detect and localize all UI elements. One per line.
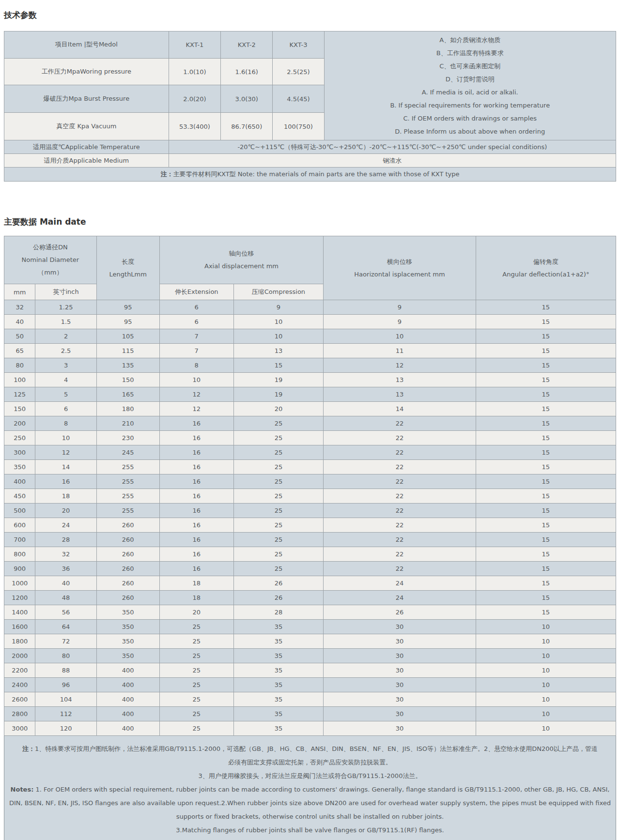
main-table-row: 5002025516252215 [4, 504, 616, 518]
section-title-main-data: 主要数据 Main date [4, 216, 616, 227]
main-table-cell: 25 [159, 707, 233, 721]
main-table-cell: 10 [476, 649, 616, 663]
main-table-cell: 250 [4, 431, 35, 445]
value-cell: 2.0(20) [169, 85, 220, 113]
main-table-cell: 16 [159, 547, 233, 562]
main-table-row: 5021057101015 [4, 329, 616, 344]
main-table-cell: 10 [476, 721, 616, 736]
main-table-cell: 20 [233, 402, 324, 416]
value-cell: 4.5(45) [273, 85, 324, 113]
main-table-cell: 800 [4, 547, 35, 562]
main-table-cell: 16 [159, 474, 233, 489]
tech-params-table: 项目Item |型号Medol KXT-1 KXT-2 KXT-3 A、如介质钢… [4, 31, 616, 182]
main-table-cell: 450 [4, 489, 35, 504]
side-note-line: A. If media is oil, acid or alkali. [328, 86, 612, 99]
main-table-cell: 12 [35, 445, 96, 460]
value-cell: 3.0(30) [221, 85, 273, 113]
subheader-extension: 伸长Extension [159, 284, 233, 300]
main-table-cell: 16 [159, 431, 233, 445]
main-table-cell: 10 [324, 329, 476, 344]
main-table-cell: 25 [159, 663, 233, 678]
main-table-row: 300012040025353010 [4, 721, 616, 736]
main-table-cell: 350 [96, 649, 159, 663]
main-table-cell: 14 [35, 460, 96, 474]
main-table-cell: 2.5 [35, 344, 96, 358]
main-table-cell: 245 [96, 445, 159, 460]
header-line: （mm） [7, 266, 94, 279]
main-table-row: 12004826018262415 [4, 591, 616, 605]
main-table-cell: 5 [35, 387, 96, 402]
main-table-cell: 15 [476, 358, 616, 373]
main-table-cell: 2800 [4, 707, 35, 721]
main-table-cell: 18 [159, 591, 233, 605]
header-angular-deflection: 偏转角度 Angular deflection(a1+a2)° [476, 236, 616, 300]
main-table-cell: 350 [96, 620, 159, 634]
main-table-cell: 30 [324, 663, 476, 678]
main-table-cell: 400 [96, 707, 159, 721]
main-table-cell: 16 [159, 504, 233, 518]
main-table-cell: 15 [476, 416, 616, 431]
main-table-row: 280011240025353010 [4, 707, 616, 721]
main-table-cell: 13 [324, 373, 476, 387]
value-cell: 1.6(16) [221, 58, 273, 85]
main-table-cell: 10 [476, 663, 616, 678]
main-data-table: 公称通径DN Nominal Diameter （mm） 长度 LengthLm… [4, 236, 616, 736]
tech-footnote-row: 注：主要零件材料同KXT型 Note: the materials of mai… [4, 168, 616, 182]
main-table-cell: 28 [233, 605, 324, 620]
main-table-row: 4001625516252215 [4, 474, 616, 489]
main-table-cell: 72 [35, 634, 96, 649]
main-table-cell: 30 [324, 678, 476, 692]
header-axial-displacement: 轴向位移 Axial displacement mm [159, 236, 323, 284]
main-table-cell: 10 [476, 620, 616, 634]
main-table-cell: 25 [233, 474, 324, 489]
main-table-row: 3501425516252215 [4, 460, 616, 474]
side-note-line: A、如介质钢渣水物质 [328, 33, 612, 46]
main-table-cell: 56 [35, 605, 96, 620]
main-table-cell: 25 [233, 533, 324, 547]
main-table-cell: 22 [324, 562, 476, 576]
main-table-cell: 8 [159, 358, 233, 373]
row-label: 适用介质Applicable Medium [4, 154, 169, 168]
main-table-cell: 260 [96, 562, 159, 576]
main-table-cell: 13 [233, 344, 324, 358]
header-line: 轴向位移 [162, 247, 321, 260]
main-table-cell: 1.5 [35, 315, 96, 329]
main-table-cell: 300 [4, 445, 35, 460]
main-table-cell: 15 [476, 591, 616, 605]
main-table-cell: 4 [35, 373, 96, 387]
value-cell: 1.0(10) [169, 58, 220, 85]
main-table-cell: 260 [96, 547, 159, 562]
main-table-cell: 16 [159, 489, 233, 504]
main-table-cell: 15 [476, 373, 616, 387]
main-table-cell: 30 [324, 707, 476, 721]
main-table-row: 125516512191315 [4, 387, 616, 402]
main-table-row: 14005635020282615 [4, 605, 616, 620]
value-cell: 100(750) [273, 113, 324, 140]
value-cell: 86.7(650) [221, 113, 273, 140]
main-table-cell: 25 [233, 416, 324, 431]
side-note-line: B、工作温度有特殊要求 [328, 46, 612, 60]
main-table-cell: 64 [35, 620, 96, 634]
main-table-cell: 150 [4, 402, 35, 416]
main-table-cell: 25 [159, 692, 233, 707]
main-table-cell: 9 [233, 300, 324, 315]
main-table-cell: 22 [324, 474, 476, 489]
header-line: Axial displacement mm [162, 260, 321, 273]
main-table-cell: 22 [324, 445, 476, 460]
header-line: 长度 [99, 256, 157, 268]
main-table-cell: 26 [233, 591, 324, 605]
main-table-cell: 10 [476, 707, 616, 721]
main-table-cell: 88 [35, 663, 96, 678]
main-table-cell: 14 [324, 402, 476, 416]
bottom-note-line: 注：1、特殊要求可按用户图纸制作，法兰标准采用GB/T9115.1-2000，可… [9, 742, 611, 756]
main-table-cell: 22 [324, 431, 476, 445]
main-table-cell: 25 [233, 489, 324, 504]
section-title-tech-params: 技术参数 [4, 10, 616, 20]
main-table-cell: 19 [233, 387, 324, 402]
page: 技术参数 项目Item |型号Medol KXT-1 KXT-2 KXT-3 A… [2, 10, 618, 840]
main-table-cell: 35 [233, 620, 324, 634]
main-table-cell: 180 [96, 402, 159, 416]
main-table-row: 18007235025353010 [4, 634, 616, 649]
header-line: Angular deflection(a1+a2)° [479, 268, 613, 281]
header-line: 横向位移 [326, 256, 473, 268]
